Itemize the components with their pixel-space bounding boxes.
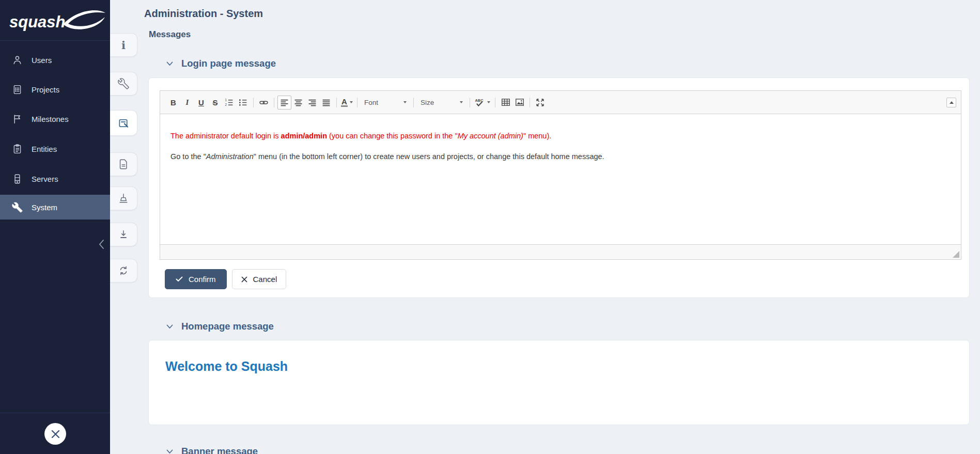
dropdown-caret-icon <box>403 101 407 103</box>
align-right-button[interactable] <box>305 96 319 109</box>
size-select[interactable]: Size <box>417 96 466 109</box>
sidebar-item-label: Milestones <box>32 115 69 123</box>
wrench-icon <box>11 201 23 213</box>
project-document-icon <box>11 84 23 95</box>
sidebar-item-entities[interactable]: Entities <box>0 136 110 161</box>
svg-text:squash: squash <box>9 13 66 31</box>
confirm-button[interactable]: Confirm <box>165 269 227 289</box>
cancel-button-label: Cancel <box>253 275 277 284</box>
rail-tab-downloads[interactable] <box>110 223 137 246</box>
spellcheck-button[interactable]: ABC <box>473 96 492 109</box>
login-message-line2: Go to the "Administration" menu (in the … <box>170 151 951 162</box>
sidebar-item-milestones[interactable]: Milestones <box>0 106 110 131</box>
rail-tab-information[interactable]: i <box>110 33 137 57</box>
text-color-icon: A <box>341 98 348 107</box>
bold-button[interactable]: B <box>166 96 180 109</box>
sync-icon <box>118 265 129 276</box>
align-center-icon <box>294 98 303 107</box>
bullet-list-icon <box>239 98 247 107</box>
toolbar-separator <box>336 98 337 107</box>
homepage-message-header[interactable]: Homepage message <box>166 321 274 332</box>
cancel-button[interactable]: Cancel <box>232 269 287 289</box>
sidebar-collapse-button[interactable] <box>95 237 107 252</box>
toolbar-separator <box>253 98 254 107</box>
image-button[interactable] <box>512 96 526 109</box>
italic-button[interactable]: I <box>180 96 194 109</box>
sidebar-item-projects[interactable]: Projects <box>0 77 110 102</box>
strikethrough-button[interactable]: S <box>208 96 222 109</box>
info-icon: i <box>121 40 126 51</box>
x-icon <box>241 276 247 283</box>
image-icon <box>515 98 524 107</box>
text-color-button[interactable]: A <box>340 96 354 109</box>
svg-text:1: 1 <box>225 98 227 102</box>
sidebar-item-label: Projects <box>32 85 59 94</box>
homepage-message-panel[interactable]: Welcome to Squash <box>148 340 970 425</box>
sidebar-item-label: Users <box>32 56 52 65</box>
messages-section-label: Messages <box>149 29 191 40</box>
rail-tab-messages[interactable] <box>110 110 137 136</box>
svg-text:2: 2 <box>225 103 227 106</box>
table-icon <box>501 98 510 107</box>
collapse-toolbar-button[interactable] <box>946 98 956 107</box>
toolbar-separator <box>357 98 357 107</box>
bullet-list-button[interactable] <box>236 96 250 109</box>
panel-rail: i <box>110 0 141 454</box>
align-center-button[interactable] <box>291 96 305 109</box>
numbered-list-button[interactable]: 12 <box>222 96 236 109</box>
dropdown-caret-icon <box>460 101 463 103</box>
align-left-icon <box>280 98 289 107</box>
section-title: Banner message <box>181 446 258 454</box>
table-button[interactable] <box>499 96 512 109</box>
font-select-value: Font <box>364 99 378 106</box>
app: { "app": { "logo_text": "squash" }, "pag… <box>0 0 980 454</box>
dropdown-caret-icon <box>350 101 353 103</box>
chevron-down-icon <box>166 449 173 454</box>
download-icon <box>118 229 129 240</box>
wrench-icon <box>118 78 129 89</box>
document-icon <box>118 159 129 170</box>
app-logo[interactable]: squash <box>0 0 110 41</box>
toolbar-separator <box>530 98 530 107</box>
broom-icon <box>118 193 129 204</box>
link-button[interactable] <box>257 96 271 109</box>
page-title: Administration - System <box>144 8 263 20</box>
login-message-panel: B I U S 12 <box>148 77 970 298</box>
check-icon <box>176 276 183 282</box>
flag-icon <box>11 113 23 124</box>
close-icon <box>51 429 60 439</box>
homepage-message-text: Welcome to Squash <box>165 359 288 374</box>
login-message-line1: The administrator default login is admin… <box>170 131 951 141</box>
maximize-button[interactable] <box>533 96 547 109</box>
sidebar-divider <box>0 413 110 413</box>
rail-tab-logs[interactable] <box>110 152 137 176</box>
editor-content[interactable]: The administrator default login is admin… <box>160 114 961 244</box>
sidebar-item-label: Entities <box>32 145 57 153</box>
numbered-list-icon: 12 <box>225 98 234 107</box>
sidebar-item-system[interactable]: System <box>0 195 110 220</box>
rail-tab-synchronization[interactable] <box>110 259 137 283</box>
sidebar-item-users[interactable]: Users <box>0 48 110 72</box>
rail-tab-settings[interactable] <box>110 72 137 96</box>
clipboard-icon <box>11 143 23 154</box>
justify-button[interactable] <box>319 96 333 109</box>
toolbar-separator <box>495 98 495 107</box>
banner-message-header[interactable]: Banner message <box>166 446 258 454</box>
editor-toolbar: B I U S 12 <box>160 91 961 114</box>
sidebar: squash Users Projects Milestones <box>0 0 110 454</box>
rail-tab-cleaning[interactable] <box>110 186 137 210</box>
maximize-icon <box>536 98 545 107</box>
align-left-button[interactable] <box>277 96 291 109</box>
underline-button[interactable]: U <box>194 96 208 109</box>
chevron-down-icon <box>166 324 173 329</box>
toolbar-separator <box>470 98 470 107</box>
sidebar-item-label: Servers <box>32 175 58 183</box>
message-edit-icon <box>118 117 130 129</box>
resize-handle[interactable] <box>953 251 959 258</box>
toolbar-separator <box>274 98 274 107</box>
sidebar-item-servers[interactable]: Servers <box>0 166 110 191</box>
login-page-message-header[interactable]: Login page message <box>166 58 276 69</box>
font-select[interactable]: Font <box>361 96 410 109</box>
user-icon <box>11 54 23 66</box>
close-button[interactable] <box>44 423 66 445</box>
